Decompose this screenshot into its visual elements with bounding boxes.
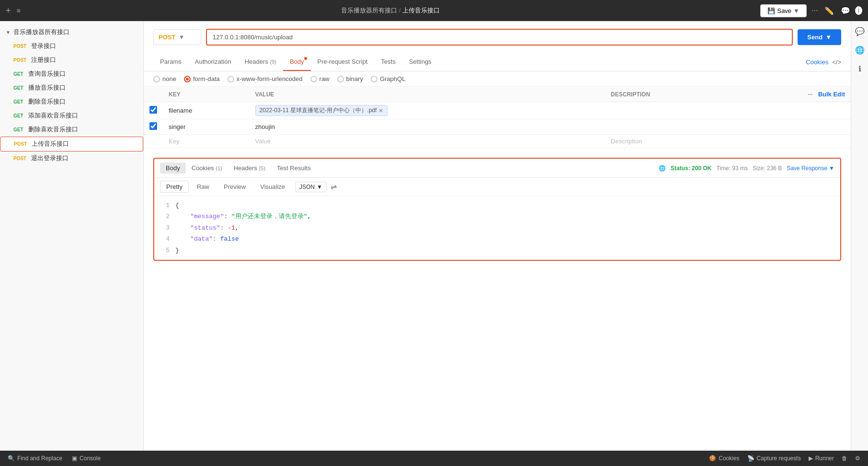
sidebar-group-header[interactable]: ▼ 音乐播放器所有接口 [0,25,143,39]
empty-value[interactable]: Value [250,135,605,148]
response-size: Size: 236 B [753,165,782,172]
row-value[interactable]: zhoujin [250,119,605,135]
line-number: 3 [160,222,170,233]
world-icon[interactable]: 🌐 [853,44,867,57]
edit-icon[interactable]: ✏️ [822,4,836,17]
view-tab-preview[interactable]: Preview [217,181,252,193]
response-tab-headers[interactable]: Headers (5) [228,163,271,174]
row-key[interactable]: filename [163,102,250,119]
response-meta: 🌐 Status: 200 OK Time: 93 ms Size: 236 B… [659,165,834,172]
sidebar-item-play-music[interactable]: GET 播放音乐接口 [0,81,143,95]
settings-button[interactable]: ⚙ [855,455,860,462]
find-replace-label: Find and Replace [17,455,62,462]
json-line-1: 1 { [160,200,834,211]
response-tab-test-results-label: Test Results [277,164,311,172]
params-table-container: KEY VALUE DESCRIPTION ··· Bulk Edit [144,87,851,148]
response-tab-test-results[interactable]: Test Results [271,163,317,174]
th-key: KEY [163,87,250,102]
radio-graphql[interactable]: GraphQL [371,75,405,82]
cookies-bottom-button[interactable]: 🍪 Cookies [709,455,739,462]
format-select[interactable]: JSON ▼ [295,182,327,192]
response-time: Time: 93 ms [716,165,748,172]
trash-button[interactable]: 🗑 [842,455,847,462]
info-right-icon[interactable]: ℹ [857,62,863,75]
sidebar-item-delete-favorite[interactable]: GET 删除喜欢音乐接口 [0,123,143,137]
method-chevron-icon: ▼ [178,34,184,41]
send-chevron-icon: ▼ [825,34,832,41]
tab-tests[interactable]: Tests [374,53,402,71]
sidebar: ▼ 音乐播放器所有接口 POST 登录接口 POST 注册接口 GET 查询音乐… [0,21,144,451]
save-button[interactable]: 💾 Save ▼ [760,4,807,17]
tab-settings[interactable]: Settings [402,53,438,71]
save-response-button[interactable]: Save Response ▼ [787,165,834,172]
sidebar-item-logout[interactable]: POST 退出登录接口 [0,151,143,165]
bulk-edit-button[interactable]: Bulk Edit [818,91,845,98]
tab-settings-label: Settings [409,58,432,65]
more-actions-icon[interactable]: ··· [810,4,820,17]
tab-pre-request[interactable]: Pre-request Script [311,53,375,71]
response-tabs: Body Cookies (1) Headers (5) Test Result… [154,159,840,178]
table-row: singer zhoujin [144,119,851,135]
bottom-bar: 🔍 Find and Replace ▣ Console 🍪 Cookies 📡… [0,451,868,466]
radio-binary-circle [337,76,344,82]
empty-description[interactable]: Description [605,135,731,148]
table-row: filename 2022-03-11 星球直播笔记-用户中心（中）.pdf ✕ [144,102,851,119]
view-tab-pretty[interactable]: Pretty [160,181,189,193]
view-tab-visualize[interactable]: Visualize [254,181,291,193]
sidebar-item-register[interactable]: POST 注册接口 [0,53,143,67]
find-replace-button[interactable]: 🔍 Find and Replace [8,455,62,462]
tab-params[interactable]: Params [153,53,188,71]
tab-authorization[interactable]: Authorization [188,53,238,71]
empty-key[interactable]: Key [163,135,250,148]
radio-binary[interactable]: binary [337,75,363,82]
response-tab-headers-label: Headers (5) [234,164,265,172]
sidebar-item-login[interactable]: POST 登录接口 [0,39,143,53]
row-description[interactable] [605,102,731,119]
tab-headers[interactable]: Headers (9) [238,53,283,71]
table-more-icon[interactable]: ··· [808,91,812,98]
sidebar-item-upload-music[interactable]: POST 上传音乐接口 [0,137,143,151]
sidebar-item-delete-music[interactable]: GET 删除音乐接口 [0,95,143,109]
cookies-link[interactable]: Cookies [806,58,828,66]
comment-right-icon[interactable]: 💬 [853,25,867,38]
response-tab-body[interactable]: Body [160,163,186,174]
comment-icon[interactable]: 💬 [839,4,852,17]
view-tab-raw[interactable]: Raw [191,181,216,193]
filter-icon[interactable]: ≡ [17,7,21,14]
capture-button[interactable]: 📡 Capture requests [747,455,801,462]
file-tag-close-icon[interactable]: ✕ [378,107,383,114]
row-key[interactable]: singer [163,119,250,135]
wrap-icon[interactable]: ⇌ [331,182,337,191]
row-value: 2022-03-11 星球直播笔记-用户中心（中）.pdf ✕ [250,102,605,119]
save-icon: 💾 [767,7,775,14]
tab-body[interactable]: Body [283,53,311,71]
row-checkbox[interactable] [149,122,157,130]
sidebar-item-label: 删除喜欢音乐接口 [28,126,78,134]
json-viewer: 1 { 2 "message": "用户还未登录，请先登录", 3 "statu… [154,196,840,260]
info-icon[interactable]: i [855,6,862,15]
method-select[interactable]: POST ▼ [153,29,201,45]
send-button[interactable]: Send ▼ [798,29,841,45]
tab-authorization-label: Authorization [195,58,231,65]
th-description: DESCRIPTION [605,87,731,102]
format-chevron-icon: ▼ [317,184,322,190]
console-button[interactable]: ▣ Console [72,455,101,462]
tab-body-label: Body [290,58,304,65]
radio-urlencoded[interactable]: x-www-form-urlencoded [228,75,303,82]
sidebar-item-add-favorite[interactable]: GET 添加喜欢音乐接口 [0,109,143,123]
runner-button[interactable]: ▶ Runner [809,455,834,462]
radio-urlencoded-circle [228,76,234,82]
line-number: 5 [160,245,170,256]
code-link[interactable]: </> [832,58,841,66]
response-tab-cookies[interactable]: Cookies (1) [186,163,228,174]
radio-none[interactable]: none [153,75,176,82]
chevron-down-icon: ▼ [6,30,11,35]
file-tag-label: 2022-03-11 星球直播笔记-用户中心（中）.pdf [260,106,377,115]
radio-raw[interactable]: raw [310,75,330,82]
row-description[interactable] [605,119,731,135]
radio-form-data[interactable]: form-data [184,75,220,82]
plus-icon[interactable]: + [6,6,11,16]
url-input[interactable] [206,29,793,46]
row-checkbox[interactable] [149,106,157,114]
sidebar-item-query-music[interactable]: GET 查询音乐接口 [0,67,143,81]
